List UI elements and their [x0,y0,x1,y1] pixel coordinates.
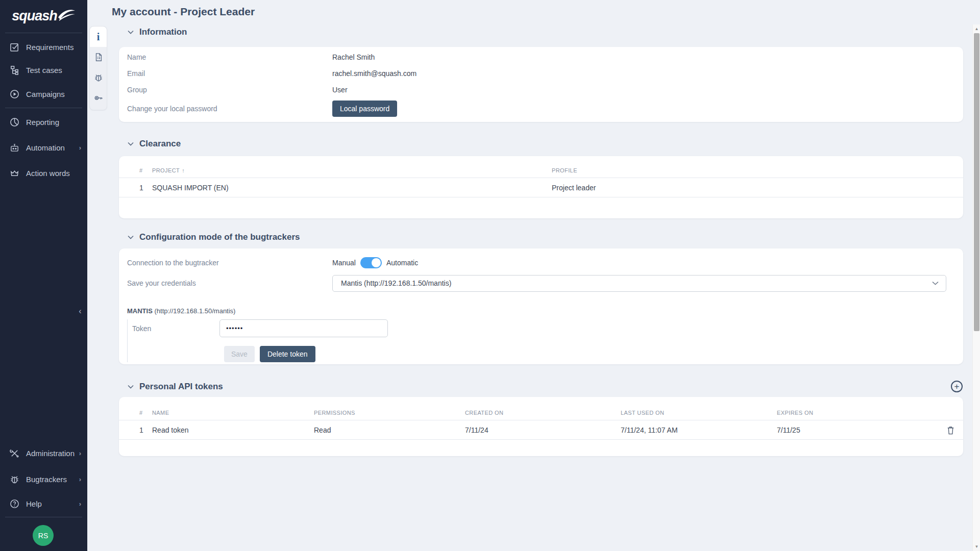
sidebar-divider [5,517,82,517]
info-row-email: Email rachel.smith@squash.com [127,65,955,82]
bug-icon [94,73,103,82]
chevron-right-icon: › [79,500,81,508]
api-tokens-table-header: # NAME PERMISSIONS CREATED ON LAST USED … [119,406,963,420]
clearance-row[interactable]: 1 SQUASH IMPORT (EN) Project leader [119,178,963,197]
sidebar-item-action-words[interactable]: Action words [0,163,87,183]
column-num: # [139,167,152,173]
name-value: Rachel Smith [332,53,375,61]
column-project[interactable]: PROJECT↑ [152,167,552,173]
key-icon [94,93,103,103]
bugtracker-url: (http://192.168.1.50/mantis) [154,307,235,315]
connection-row: Connection to the bugtracker Manual Auto… [127,254,955,272]
save-button[interactable]: Save [224,346,255,362]
help-question-icon [9,498,19,509]
email-value: rachel.smith@squash.com [332,69,416,78]
token-label: Token [132,324,219,333]
administration-tools-icon [9,448,19,458]
bugtrackers-bug-icon [9,474,19,484]
vertical-scrollbar[interactable]: ▲ ▼ [972,24,980,551]
table-divider [119,439,963,440]
sidebar-item-requirements[interactable]: Requirements [0,37,87,57]
squash-logo-swoosh-icon [58,8,76,21]
api-token-row[interactable]: 1 Read token Read 7/11/24 7/11/24, 11:07… [119,420,963,439]
info-icon: i [97,31,100,43]
group-label: Group [127,86,332,94]
sidebar-item-automation[interactable]: Automation › [0,137,87,158]
tab-information[interactable]: i [90,27,107,47]
email-label: Email [127,69,332,78]
column-expires-on[interactable]: EXPIRES ON [777,410,935,416]
token-input[interactable] [219,319,388,337]
credentials-row: Save your credentials Mantis (http://192… [127,272,955,294]
column-created-on[interactable]: CREATED ON [465,410,621,416]
section-header-bugtracker-config[interactable]: Configuration mode of the bugtrackers [128,232,300,242]
action-words-crown-icon [9,168,19,178]
credentials-label: Save your credentials [127,279,332,287]
test-cases-tree-icon [9,65,19,75]
sidebar-item-test-cases[interactable]: Test cases [0,60,87,80]
toggle-knob [371,258,381,268]
column-profile[interactable]: PROFILE [552,167,955,173]
change-password-label: Change your local password [127,105,332,113]
sidebar-item-campaigns[interactable]: Campaigns [0,84,87,104]
section-header-clearance[interactable]: Clearance [128,139,181,149]
clearance-table-header: # PROJECT↑ PROFILE [119,163,963,178]
delete-token-button[interactable]: Delete token [260,346,315,362]
local-password-button[interactable]: Local password [332,101,397,117]
api-tokens-card: # NAME PERMISSIONS CREATED ON LAST USED … [119,397,963,456]
tab-api-tokens[interactable] [90,88,107,108]
squash-logo-text: squash [12,8,57,24]
chevron-down-icon [128,142,134,146]
connection-label: Connection to the bugtracker [127,259,332,267]
user-avatar[interactable]: RS [33,525,54,546]
token-row: Token [132,319,955,337]
sidebar-collapse-chevron[interactable]: ‹ [74,304,86,318]
chevron-down-icon [128,235,134,239]
cell-last-used-on: 7/11/24, 11:07 AM [621,426,777,434]
requirements-checkbox-icon [9,42,19,52]
sidebar-item-label: Help [26,499,42,508]
column-name[interactable]: NAME [152,410,314,416]
section-title: Information [139,27,187,37]
scrollbar-down-arrow[interactable]: ▼ [973,543,980,550]
credentials-select[interactable]: Mantis (http://192.168.1.50/mantis) [332,275,946,292]
tab-documents[interactable] [90,47,107,67]
column-last-used-on[interactable]: LAST USED ON [621,410,777,416]
name-label: Name [127,53,332,61]
cell-created-on: 7/11/24 [465,426,621,434]
toggle-manual-label: Manual [332,259,356,267]
information-card: Name Rachel Smith Email rachel.smith@squ… [119,47,963,122]
add-token-button[interactable]: + [951,381,963,392]
info-row-group: Group User [127,82,955,98]
chevron-right-icon: › [79,449,81,457]
section-title: Clearance [139,139,181,149]
token-buttons: Save Delete token [224,346,955,362]
reporting-pie-chart-icon [9,117,19,127]
sidebar-item-label: Automation [26,143,65,152]
section-title: Configuration mode of the bugtrackers [139,232,300,242]
sidebar-item-administration[interactable]: Administration › [0,443,87,463]
section-header-information[interactable]: Information [128,27,187,37]
squash-logo[interactable]: squash [0,0,87,32]
sidebar-item-help[interactable]: Help › [0,493,87,514]
column-permissions[interactable]: PERMISSIONS [314,410,465,416]
info-row-password: Change your local password Local passwor… [127,99,955,118]
tab-bugtracker[interactable] [90,67,107,88]
connection-mode-toggle[interactable] [360,257,382,268]
sidebar-item-label: Action words [26,169,70,178]
automation-robot-icon [9,142,19,153]
cell-name: Read token [152,426,314,434]
column-num: # [139,410,152,416]
cell-num: 1 [139,426,152,434]
chevron-down-icon [128,30,134,34]
delete-api-token-button[interactable] [935,425,955,435]
section-header-api-tokens[interactable]: Personal API tokens [128,382,223,392]
sidebar-item-bugtrackers[interactable]: Bugtrackers › [0,469,87,489]
scrollbar-thumb[interactable] [974,33,979,331]
section-title: Personal API tokens [139,382,223,392]
group-value: User [332,86,348,94]
sidebar-item-label: Administration [26,449,75,458]
sidebar-item-reporting[interactable]: Reporting [0,112,87,132]
scrollbar-up-arrow[interactable]: ▲ [973,25,980,33]
bugtracker-name: MANTIS [127,307,153,315]
